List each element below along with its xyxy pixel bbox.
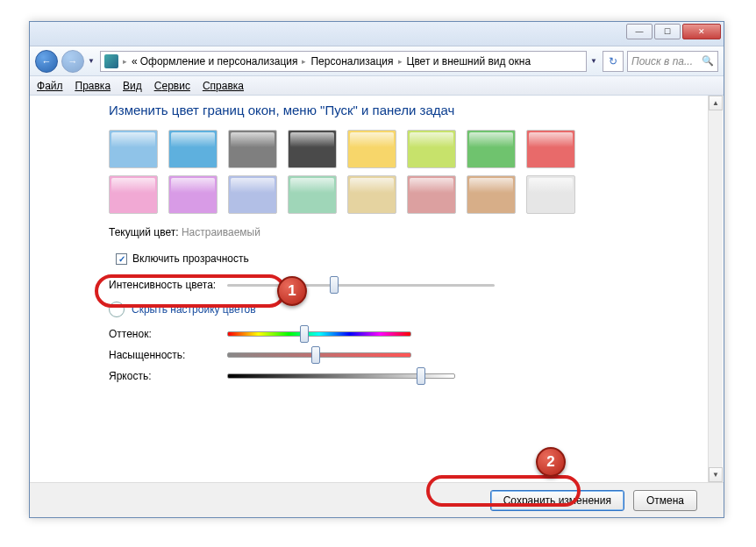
color-swatch[interactable] (407, 175, 456, 214)
color-swatch[interactable] (168, 175, 218, 214)
search-icon: 🔍 (702, 55, 714, 67)
color-swatch[interactable] (109, 175, 158, 214)
navbar: ← → ▼ ▸ « Оформление и персонализация ▸ … (30, 46, 724, 76)
save-button[interactable]: Сохранить изменения (490, 490, 624, 511)
history-dropdown-icon[interactable]: ▼ (88, 57, 96, 65)
color-swatch[interactable] (526, 175, 575, 214)
color-swatch[interactable] (109, 130, 158, 168)
color-swatch[interactable] (526, 130, 575, 168)
titlebar: — ☐ ✕ (30, 22, 724, 46)
saturation-label: Насыщенность: (109, 349, 218, 361)
chevron-up-icon: ˄ (109, 302, 125, 317)
refresh-button[interactable]: ↻ (603, 51, 624, 72)
color-swatches (109, 130, 697, 214)
color-swatch[interactable] (288, 175, 337, 214)
window: — ☐ ✕ ← → ▼ ▸ « Оформление и персонализа… (29, 21, 724, 518)
transparency-label: Включить прозрачность (132, 252, 249, 265)
menu-tools[interactable]: Сервис (154, 80, 190, 92)
forward-button[interactable]: → (61, 50, 84, 73)
annotation-2-badge: 2 (536, 447, 566, 477)
location-icon (104, 54, 118, 68)
color-swatch[interactable] (467, 175, 516, 214)
intensity-label: Интенсивность цвета: (109, 279, 218, 291)
breadcrumb-item[interactable]: Оформление и персонализация (140, 55, 298, 67)
slider-thumb[interactable] (311, 346, 320, 364)
hue-slider[interactable] (227, 328, 411, 340)
slider-thumb[interactable] (330, 276, 339, 294)
chevron-icon: ▸ (121, 57, 129, 66)
breadcrumb[interactable]: ▸ « Оформление и персонализация ▸ Персон… (100, 51, 587, 72)
cancel-button[interactable]: Отмена (633, 490, 697, 511)
color-swatch[interactable] (347, 130, 396, 168)
close-button[interactable]: ✕ (682, 24, 721, 39)
minimize-button[interactable]: — (626, 24, 653, 39)
page-title: Изменить цвет границ окон, меню "Пуск" и… (109, 103, 697, 117)
intensity-slider[interactable] (227, 279, 495, 291)
color-swatch[interactable] (407, 130, 456, 168)
current-color-label: Текущий цвет: (109, 226, 179, 238)
slider-thumb[interactable] (300, 325, 309, 343)
scroll-down-icon[interactable]: ▼ (709, 467, 723, 482)
color-swatch[interactable] (347, 175, 396, 214)
hue-label: Оттенок: (109, 328, 218, 340)
brightness-slider-row: Яркость: (109, 370, 697, 382)
breadcrumb-item[interactable]: Персонализация (310, 55, 393, 67)
hide-color-settings-toggle[interactable]: ˄ Скрыть настройку цветов (109, 302, 697, 317)
back-button[interactable]: ← (35, 50, 58, 73)
menu-help[interactable]: Справка (203, 80, 244, 92)
current-color-line: Текущий цвет: Настраиваемый (109, 226, 697, 238)
chevron-icon: ▸ (300, 57, 308, 66)
color-swatch[interactable] (288, 130, 337, 168)
color-swatch[interactable] (228, 175, 277, 214)
search-input[interactable]: Поиск в па... 🔍 (627, 51, 718, 72)
menu-edit[interactable]: Правка (75, 80, 111, 92)
breadcrumb-prefix: « (132, 55, 138, 67)
annotation-1-badge: 1 (277, 276, 307, 306)
menu-view[interactable]: Вид (123, 80, 142, 92)
intensity-slider-row: Интенсивность цвета: (109, 279, 697, 291)
brightness-slider[interactable] (227, 370, 455, 382)
chevron-icon: ▸ (396, 57, 404, 66)
transparency-checkbox-row[interactable]: ✓ Включить прозрачность (109, 247, 697, 270)
maximize-button[interactable]: ☐ (654, 24, 681, 39)
color-swatch[interactable] (228, 130, 277, 168)
saturation-slider[interactable] (227, 349, 411, 361)
color-swatch[interactable] (168, 130, 218, 168)
hue-slider-row: Оттенок: (109, 328, 697, 340)
expander-label: Скрыть настройку цветов (132, 303, 256, 316)
scroll-up-icon[interactable]: ▲ (709, 96, 723, 110)
breadcrumb-item[interactable]: Цвет и внешний вид окна (407, 55, 531, 67)
content: ▲ ▼ Изменить цвет границ окон, меню "Пус… (30, 96, 724, 482)
menu-file[interactable]: Файл (37, 80, 63, 92)
checkbox-icon[interactable]: ✓ (116, 253, 127, 265)
footer: Сохранить изменения Отмена (30, 482, 724, 517)
menubar: Файл Правка Вид Сервис Справка (30, 76, 724, 96)
breadcrumb-dropdown-icon[interactable]: ▼ (590, 57, 599, 65)
current-color-value: Настраиваемый (182, 226, 260, 238)
brightness-label: Яркость: (109, 370, 218, 382)
scrollbar[interactable]: ▲ ▼ (708, 96, 723, 482)
slider-thumb[interactable] (417, 367, 425, 385)
color-swatch[interactable] (467, 130, 516, 168)
search-placeholder: Поиск в па... (631, 55, 693, 67)
saturation-slider-row: Насыщенность: (109, 349, 697, 361)
